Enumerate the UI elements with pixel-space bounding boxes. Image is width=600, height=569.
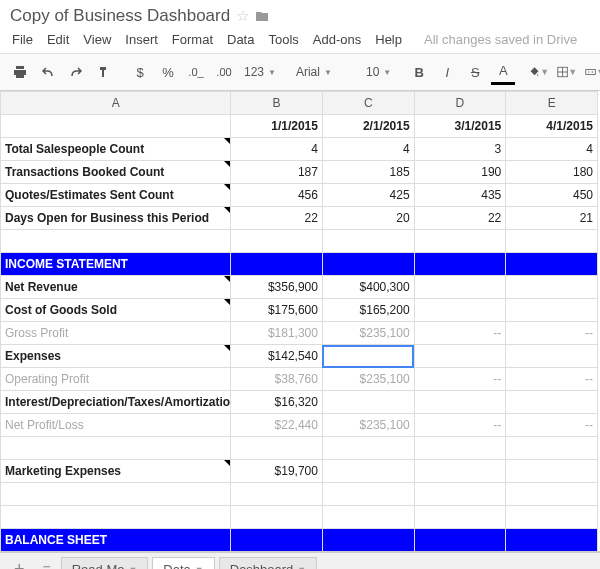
menu-help[interactable]: Help bbox=[375, 32, 402, 47]
row-label[interactable]: Transactions Booked Count bbox=[1, 161, 231, 184]
cell-blank[interactable] bbox=[1, 115, 231, 138]
cell[interactable] bbox=[1, 230, 231, 253]
cell[interactable]: $165,200 bbox=[322, 299, 414, 322]
cell[interactable] bbox=[322, 253, 414, 276]
cell[interactable] bbox=[231, 230, 323, 253]
cell[interactable] bbox=[506, 230, 598, 253]
cell[interactable]: 4 bbox=[231, 138, 323, 161]
cell[interactable] bbox=[506, 299, 598, 322]
row-label[interactable]: Marketing Expenses bbox=[1, 460, 231, 483]
cell[interactable]: $400,300 bbox=[322, 276, 414, 299]
cell[interactable]: 190 bbox=[414, 161, 506, 184]
strikethrough-button[interactable]: S bbox=[463, 61, 487, 83]
cell[interactable]: 450 bbox=[506, 184, 598, 207]
cell[interactable] bbox=[1, 506, 231, 529]
row-label[interactable]: Interest/Depreciation/Taxes/Amortization bbox=[1, 391, 231, 414]
increase-decimal-button[interactable]: .00 bbox=[212, 61, 236, 83]
cell[interactable]: $965,800 bbox=[231, 552, 323, 553]
cell[interactable]: 22 bbox=[231, 207, 323, 230]
menu-tools[interactable]: Tools bbox=[268, 32, 298, 47]
menu-edit[interactable]: Edit bbox=[47, 32, 69, 47]
section-header[interactable]: BALANCE SHEET bbox=[1, 529, 231, 552]
format-currency-button[interactable]: $ bbox=[128, 61, 152, 83]
cell[interactable]: 22 bbox=[414, 207, 506, 230]
cell[interactable] bbox=[322, 483, 414, 506]
cell[interactable] bbox=[414, 276, 506, 299]
font-size-dropdown[interactable]: 10▼ bbox=[362, 65, 395, 79]
cell[interactable] bbox=[506, 276, 598, 299]
cell[interactable] bbox=[506, 483, 598, 506]
cell[interactable] bbox=[414, 230, 506, 253]
column-header-C[interactable]: C bbox=[322, 92, 414, 115]
cell[interactable] bbox=[506, 552, 598, 553]
cell[interactable]: $38,760 bbox=[231, 368, 323, 391]
cell[interactable]: $19,700 bbox=[231, 460, 323, 483]
cell[interactable]: -- bbox=[506, 368, 598, 391]
menu-file[interactable]: File bbox=[12, 32, 33, 47]
row-label[interactable]: Days Open for Business this Period bbox=[1, 207, 231, 230]
date-header[interactable]: 4/1/2015 bbox=[506, 115, 598, 138]
cell[interactable] bbox=[231, 506, 323, 529]
cell[interactable] bbox=[1, 437, 231, 460]
cell[interactable]: -- bbox=[414, 368, 506, 391]
cell[interactable] bbox=[506, 391, 598, 414]
cell[interactable]: $356,900 bbox=[231, 276, 323, 299]
cell[interactable]: -- bbox=[414, 414, 506, 437]
cell[interactable] bbox=[322, 437, 414, 460]
row-label[interactable]: Operating Profit bbox=[1, 368, 231, 391]
date-header[interactable]: 1/1/2015 bbox=[231, 115, 323, 138]
column-header-E[interactable]: E bbox=[506, 92, 598, 115]
cell[interactable] bbox=[506, 253, 598, 276]
row-label[interactable]: Quotes/Estimates Sent Count bbox=[1, 184, 231, 207]
date-header[interactable]: 3/1/2015 bbox=[414, 115, 506, 138]
cell[interactable] bbox=[414, 460, 506, 483]
cell[interactable] bbox=[414, 391, 506, 414]
cell[interactable] bbox=[506, 345, 598, 368]
menu-data[interactable]: Data bbox=[227, 32, 254, 47]
text-color-button[interactable]: A bbox=[491, 60, 515, 85]
cell[interactable] bbox=[322, 460, 414, 483]
cell[interactable] bbox=[322, 529, 414, 552]
star-icon[interactable]: ☆ bbox=[236, 7, 249, 25]
cell[interactable]: 187 bbox=[231, 161, 323, 184]
cell[interactable] bbox=[414, 529, 506, 552]
column-header-A[interactable]: A bbox=[1, 92, 231, 115]
cell[interactable] bbox=[414, 483, 506, 506]
paint-format-icon[interactable] bbox=[92, 61, 116, 83]
cell[interactable] bbox=[322, 506, 414, 529]
menu-insert[interactable]: Insert bbox=[125, 32, 158, 47]
cell[interactable] bbox=[506, 506, 598, 529]
row-label[interactable]: Total Assets bbox=[1, 552, 231, 553]
cell[interactable] bbox=[506, 460, 598, 483]
cell[interactable]: 180 bbox=[506, 161, 598, 184]
cell[interactable] bbox=[231, 437, 323, 460]
print-icon[interactable] bbox=[8, 61, 32, 83]
borders-button[interactable]: ▼ bbox=[555, 61, 579, 83]
cell[interactable]: -- bbox=[414, 322, 506, 345]
row-label[interactable]: Expenses bbox=[1, 345, 231, 368]
cell[interactable]: 435 bbox=[414, 184, 506, 207]
sheet-tab-dashboard[interactable]: Dashboard▼ bbox=[219, 557, 318, 569]
cell[interactable]: 3 bbox=[414, 138, 506, 161]
cell[interactable]: 20 bbox=[322, 207, 414, 230]
cell[interactable] bbox=[322, 552, 414, 553]
more-formats-dropdown[interactable]: 123▼ bbox=[240, 65, 280, 79]
cell[interactable]: $16,320 bbox=[231, 391, 323, 414]
cell[interactable] bbox=[414, 506, 506, 529]
row-label[interactable]: Gross Profit bbox=[1, 322, 231, 345]
row-label[interactable]: Total Salespeople Count bbox=[1, 138, 231, 161]
cell[interactable]: 4 bbox=[322, 138, 414, 161]
cell[interactable] bbox=[414, 253, 506, 276]
cell[interactable] bbox=[506, 529, 598, 552]
cell[interactable]: 185 bbox=[322, 161, 414, 184]
redo-icon[interactable] bbox=[64, 61, 88, 83]
cell[interactable] bbox=[1, 483, 231, 506]
italic-button[interactable]: I bbox=[435, 61, 459, 83]
sheet-tab-data[interactable]: Data▼ bbox=[152, 557, 214, 569]
cell[interactable] bbox=[414, 552, 506, 553]
cell[interactable] bbox=[414, 437, 506, 460]
sheet-tab-read-me[interactable]: Read Me▼ bbox=[61, 557, 149, 569]
fill-color-button[interactable]: ▼ bbox=[527, 61, 551, 83]
cell[interactable]: $235,100 bbox=[322, 322, 414, 345]
column-header-D[interactable]: D bbox=[414, 92, 506, 115]
